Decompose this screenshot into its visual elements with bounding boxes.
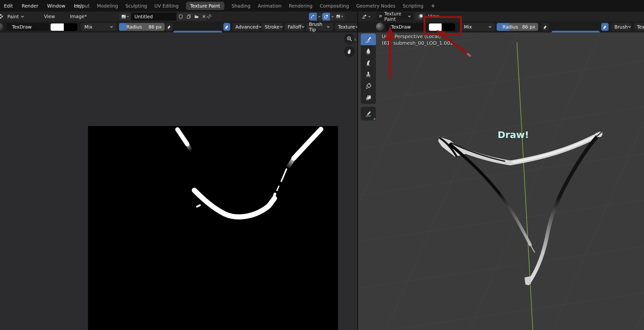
add-workspace-button[interactable]: + [431, 3, 435, 9]
tab-sculpting[interactable]: Sculpting [126, 3, 147, 8]
falloff-popover[interactable]: Falloff [285, 23, 304, 31]
blend-mode-dropdown[interactable]: Mix [460, 23, 495, 31]
tab-uv-editing[interactable]: UV Editing [154, 3, 179, 8]
radius-pressure-button[interactable] [166, 23, 172, 31]
tool-mask-button[interactable] [361, 92, 376, 104]
tool-smear-button[interactable] [361, 57, 376, 69]
tab-layout[interactable]: Layout [74, 3, 90, 8]
workspace-tabs: Layout Modeling Sculpting UV Editing Tex… [74, 0, 435, 11]
viewport-view-menu[interactable]: View [428, 14, 439, 19]
advanced-popover[interactable]: Advanced [232, 23, 260, 31]
chevron-down-icon [368, 15, 371, 18]
image-datablock: Untitled [119, 12, 207, 20]
color-swatches [50, 23, 77, 31]
viewport-3d[interactable] [358, 32, 644, 330]
mode-dropdown[interactable]: Texture Paint [376, 12, 414, 20]
tool-fill-button[interactable] [361, 80, 376, 92]
annotate-pencil-icon [365, 110, 372, 117]
paint-strokes [88, 126, 338, 330]
radius-slider[interactable]: Radius 86 px [119, 23, 165, 31]
radius-label: Radius [502, 24, 518, 29]
secondary-color-swatch[interactable] [442, 23, 455, 31]
image-view-menu[interactable]: View [44, 14, 55, 19]
texture-slot-icon [418, 14, 423, 19]
radius-pressure-button[interactable] [542, 23, 549, 31]
pin-icon[interactable] [206, 13, 212, 20]
paint-image-canvas[interactable] [88, 126, 338, 330]
viewport-header: Texture Paint View [358, 11, 644, 22]
overlays-dropdown[interactable] [330, 13, 335, 20]
tab-geometry-nodes[interactable]: Geometry Nodes [356, 3, 396, 8]
brush-name-field[interactable]: TexDraw [6, 23, 49, 31]
tool-clone-button[interactable] [361, 69, 376, 80]
gizmo-icon [310, 14, 315, 19]
overlays-toggle[interactable] [322, 13, 330, 20]
paint-mode-dropdown[interactable]: Paint [7, 12, 24, 20]
brush-preview-icon[interactable] [0, 23, 4, 31]
mask-icon [365, 94, 372, 102]
open-image-button[interactable] [192, 13, 200, 20]
primary-color-swatch[interactable] [50, 23, 64, 31]
image-editor-header: Paint View Image* Untitled [0, 11, 357, 22]
image-type-dropdown[interactable] [119, 13, 131, 20]
pan-button[interactable] [344, 46, 355, 57]
gizmos-toggle[interactable] [309, 13, 317, 20]
tab-animation[interactable]: Animation [258, 3, 282, 8]
radius-slider[interactable]: Radius 86 px [497, 23, 538, 31]
strength-pressure-button[interactable] [224, 23, 230, 31]
stylus-pressure-icon [603, 25, 607, 29]
collapse-panel-tab[interactable] [354, 35, 357, 44]
menu-window[interactable]: Window [47, 3, 65, 8]
tool-draw-button[interactable] [361, 33, 376, 45]
menu-edit[interactable]: Edit [4, 3, 13, 8]
mesh-object [438, 131, 602, 285]
stroke-popover[interactable]: Stroke [262, 23, 282, 31]
chevron-left-icon [354, 38, 356, 41]
image-icon [121, 14, 126, 19]
display-channels-dropdown[interactable] [335, 12, 344, 20]
tab-shading[interactable]: Shading [232, 3, 250, 8]
blend-mode-label: Mix [464, 24, 472, 29]
gizmos-dropdown[interactable] [317, 13, 322, 20]
strength-pressure-button[interactable] [601, 23, 608, 31]
fake-user-button[interactable] [176, 13, 185, 20]
chevron-down-icon [488, 25, 492, 28]
y-axis-line [517, 42, 533, 330]
secondary-color-swatch[interactable] [64, 23, 77, 31]
texture-popover[interactable]: Texture [634, 23, 644, 31]
new-image-button[interactable] [185, 13, 192, 20]
brush-tip-popover[interactable]: Brush Tip [306, 23, 333, 31]
primary-color-swatch[interactable] [429, 23, 442, 31]
image-menu[interactable]: Image* [70, 14, 87, 19]
tab-modeling[interactable]: Modeling [97, 3, 118, 8]
duplicate-icon [186, 14, 191, 19]
tool-annotate-button[interactable] [361, 107, 376, 120]
brush-popover[interactable]: Brush [612, 23, 631, 31]
viewport-view-label: User Perspective (Local) [382, 33, 441, 39]
chevron-down-icon [126, 15, 129, 18]
texture-popover[interactable]: Texture [335, 23, 357, 31]
blend-mode-dropdown[interactable]: Mix [81, 23, 116, 31]
chevron-down-icon [408, 15, 411, 18]
tab-scripting[interactable]: Scripting [403, 3, 424, 8]
brush-name-field[interactable]: TexDraw [386, 23, 427, 31]
viewport-editor-icon [362, 14, 367, 19]
viewport-object-label: (61) submesh_00_LOD_1.002 [382, 40, 453, 46]
brush-tip-label: Brush Tip [309, 21, 326, 32]
image-name-field[interactable]: Untitled [131, 13, 176, 20]
viewport-tool-settings: TexDraw Mix Radius 86 px Strength 1.000 [358, 21, 644, 33]
paint-bucket-icon [365, 82, 372, 90]
blend-mode-label: Mix [84, 24, 92, 29]
texture-slots-button[interactable] [416, 12, 426, 20]
chevron-down-icon [110, 25, 113, 28]
brush-preview-icon[interactable] [376, 23, 384, 31]
tab-rendering[interactable]: Rendering [289, 3, 312, 8]
viewport-editor-type-dropdown[interactable] [360, 12, 372, 20]
overlays-toggle-group [322, 12, 335, 20]
menu-render[interactable]: Render [22, 3, 38, 8]
gizmos-toggle-group [309, 12, 322, 20]
tab-texture-paint[interactable]: Texture Paint [186, 2, 224, 10]
tab-compositing[interactable]: Compositing [320, 3, 349, 8]
tool-soften-button[interactable] [361, 45, 376, 57]
image-editor-type-icon[interactable] [0, 14, 3, 19]
